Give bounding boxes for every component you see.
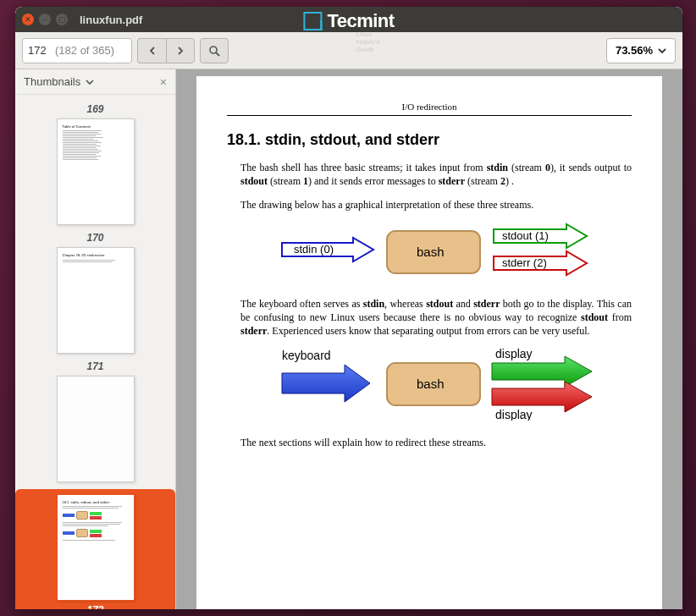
- sidebar-header: Thumbnails ×: [15, 69, 175, 95]
- paragraph-2: The drawing below has a graphical interp…: [240, 198, 632, 212]
- thumbnail-170[interactable]: 170 Chapter 18. I/O redirection: [15, 232, 175, 354]
- paragraph-3: The keyboard often serves as stdin, wher…: [240, 297, 632, 338]
- search-icon: [208, 45, 220, 57]
- page-number-input[interactable]: 172 (182 of 365): [22, 38, 132, 63]
- svg-text:keyboard: keyboard: [282, 349, 331, 362]
- page-total: (182 of 365): [55, 44, 114, 57]
- minimize-button[interactable]: –: [39, 14, 51, 25]
- chevron-right-icon: [176, 47, 185, 55]
- thumbnail-171[interactable]: 171: [15, 360, 175, 482]
- svg-text:bash: bash: [417, 377, 445, 391]
- watermark-brand: Tecmint: [327, 10, 394, 31]
- page-nav-group: [137, 38, 195, 63]
- window-title: linuxfun.pdf: [80, 14, 142, 26]
- paragraph-1: The bash shell has three basic streams; …: [240, 161, 632, 188]
- thumbnail-172-selected[interactable]: 18.1. stdin, stdout, and stderr: [15, 489, 175, 609]
- svg-text:stderr (2): stderr (2): [502, 256, 547, 269]
- svg-text:display: display: [495, 408, 533, 421]
- chevron-left-icon: [148, 47, 157, 55]
- search-button[interactable]: [200, 38, 229, 63]
- diagram-keyboard-display: keyboard bash display: [260, 348, 599, 421]
- paragraph-4: The next sections will explain how to re…: [240, 436, 632, 449]
- main-body: Thumbnails × 169 Table of Contents: [15, 69, 682, 609]
- page-current: 172: [28, 44, 52, 57]
- pdf-page: I/O redirection 18.1. stdin, stdout, and…: [196, 76, 662, 609]
- page-rule: [227, 115, 632, 116]
- prev-page-button[interactable]: [137, 38, 166, 63]
- app-window: ✕ – ▢ linuxfun.pdf Tecmint Linux Howto's…: [15, 7, 682, 609]
- running-head: I/O redirection: [227, 102, 632, 112]
- window-controls: ✕ – ▢: [22, 14, 68, 25]
- svg-text:stdout (1): stdout (1): [502, 229, 549, 242]
- thumbnail-169[interactable]: 169 Table of Contents: [15, 103, 175, 225]
- titlebar: ✕ – ▢ linuxfun.pdf Tecmint Linux Howto's…: [15, 7, 682, 32]
- document-viewport[interactable]: I/O redirection 18.1. stdin, stdout, and…: [176, 69, 682, 609]
- close-sidebar-button[interactable]: ×: [160, 75, 167, 89]
- close-button[interactable]: ✕: [22, 14, 34, 25]
- chevron-down-icon: [658, 47, 666, 54]
- toolbar: 172 (182 of 365) 73.56%: [15, 32, 682, 69]
- watermark: Tecmint Linux Howto's Guide: [303, 10, 394, 32]
- thumbnail-list[interactable]: 169 Table of Contents: [15, 95, 175, 609]
- zoom-value: 73.56%: [616, 44, 653, 57]
- thumbnails-sidebar: Thumbnails × 169 Table of Contents: [15, 69, 176, 609]
- svg-point-0: [210, 47, 217, 53]
- chevron-down-icon[interactable]: [86, 79, 94, 85]
- diagram-streams: stdin (0) bash stdout (1) stderr (2): [260, 223, 599, 282]
- svg-text:display: display: [495, 348, 533, 360]
- zoom-selector[interactable]: 73.56%: [606, 38, 676, 63]
- next-page-button[interactable]: [166, 38, 195, 63]
- svg-line-1: [216, 52, 219, 56]
- svg-text:stdin (0): stdin (0): [294, 243, 334, 256]
- svg-text:bash: bash: [417, 245, 445, 259]
- sidebar-title: Thumbnails: [24, 75, 80, 88]
- tecmint-logo-icon: [303, 12, 322, 30]
- maximize-button[interactable]: ▢: [56, 14, 68, 25]
- section-heading: 18.1. stdin, stdout, and stderr: [227, 131, 632, 149]
